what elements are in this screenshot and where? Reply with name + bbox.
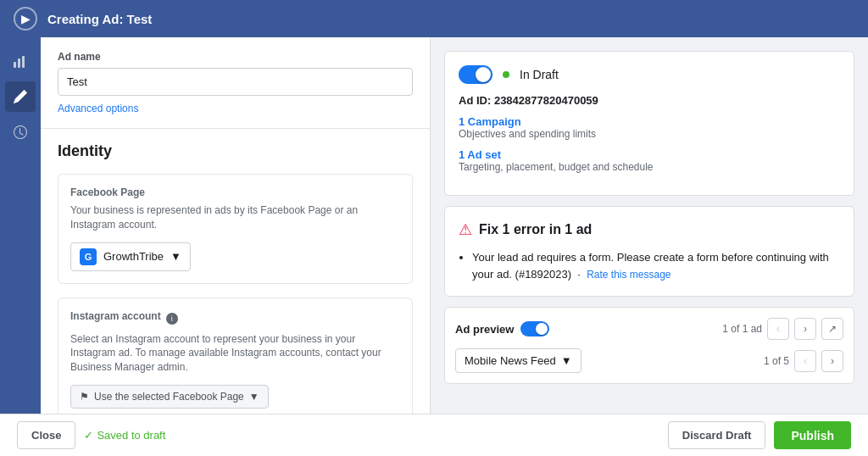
preview-card: Ad preview 1 of 1 ad ‹ › ↗ [444,307,854,384]
preview-label: Ad preview [455,323,514,336]
facebook-page-label: Facebook Page [70,186,400,198]
use-page-dropdown-icon: ▼ [249,391,259,403]
ad-set-desc: Targeting, placement, budget and schedul… [459,161,840,173]
error-body: Your lead ad requires a form. Please cre… [459,249,840,282]
preview-left: Ad preview [455,321,549,336]
svg-rect-2 [22,56,25,68]
back-icon: ▶ [21,12,31,25]
left-sidebar [0,37,41,414]
preview-toggle-thumb [536,323,548,335]
error-title: Fix 1 error in 1 ad [479,222,592,237]
footer-left: Close ✓ Saved to draft [17,421,165,449]
header: ▶ Creating Ad: Test [0,0,868,37]
instagram-label-row: Instagram account i [70,310,400,327]
instagram-label: Instagram account [70,310,161,322]
use-page-label: Use the selected Facebook Page [94,391,244,403]
error-header: ⚠ Fix 1 error in 1 ad [459,220,840,239]
news-feed-label: Mobile News Feed [465,354,556,367]
right-panel: In Draft Ad ID: 23842877820470059 1 Camp… [431,37,868,414]
instagram-desc: Select an Instagram account to represent… [70,332,400,375]
identity-title: Identity [58,142,413,160]
preview-nav: 1 of 1 ad ‹ › ↗ [722,318,843,340]
footer: Close ✓ Saved to draft Discard Draft Pub… [0,414,868,456]
draft-toggle[interactable] [459,65,492,84]
facebook-page-desc: Your business is represented in ads by i… [70,203,400,232]
error-card: ⚠ Fix 1 error in 1 ad Your lead ad requi… [444,206,854,297]
ad-id-row: Ad ID: 23842877820470059 [459,94,840,107]
news-feed-button[interactable]: Mobile News Feed ▼ [455,348,581,373]
flag-icon: ⚑ [80,391,89,403]
sidebar-icon-clock[interactable] [5,117,36,147]
preview-next-button[interactable]: › [821,350,843,372]
ad-set-link[interactable]: 1 Ad set [459,148,501,161]
ad-name-section: Ad name Advanced options [41,37,430,129]
publish-button[interactable]: Publish [774,421,851,449]
preview-page-nav: 1 of 5 ‹ › [764,350,843,372]
identity-section: Identity Facebook Page Your business is … [41,129,430,414]
left-panel: Ad name Advanced options Identity Facebo… [41,37,431,414]
preview-prev-button[interactable]: ‹ [794,350,816,372]
rate-link[interactable]: Rate this message [587,269,670,281]
preview-toggle[interactable] [520,321,549,336]
back-button[interactable]: ▶ [14,7,37,31]
page-title: Creating Ad: Test [47,12,152,26]
main-layout: Ad name Advanced options Identity Facebo… [0,37,868,414]
status-row: In Draft [459,65,840,84]
campaign-row: 1 Campaign Objectives and spending limit… [459,115,840,140]
toggle-thumb [476,67,491,82]
app-container: ▶ Creating Ad: Test [0,0,868,456]
status-dot [503,71,509,78]
discard-button[interactable]: Discard Draft [668,421,766,449]
ad-name-label: Ad name [58,51,413,63]
page-selector-button[interactable]: G GrowthTribe ▼ [70,242,191,271]
instagram-section: Instagram account i Select an Instagram … [58,298,413,414]
saved-label: Saved to draft [97,429,165,442]
dropdown-chevron-icon: ▼ [170,250,181,263]
news-feed-dropdown-icon: ▼ [561,354,572,367]
page-icon: G [80,248,97,265]
campaign-link[interactable]: 1 Campaign [459,115,521,128]
ad-id-label: Ad ID: [459,94,491,107]
info-icon[interactable]: i [166,313,178,325]
status-text: In Draft [520,68,559,81]
use-selected-page-button[interactable]: ⚑ Use the selected Facebook Page ▼ [70,385,269,409]
checkmark-icon: ✓ [84,429,93,442]
ad-set-row: 1 Ad set Targeting, placement, budget an… [459,148,840,173]
preview-page-count: 1 of 5 [764,355,789,367]
advanced-options-link[interactable]: Advanced options [58,103,138,114]
campaign-desc: Objectives and spending limits [459,128,840,140]
footer-right: Discard Draft Publish [668,421,851,449]
facebook-page-subsection: Facebook Page Your business is represent… [58,174,413,284]
svg-rect-0 [14,62,16,68]
next-page-button[interactable]: › [794,318,816,340]
news-feed-row: Mobile News Feed ▼ 1 of 5 ‹ › [455,348,843,373]
warning-icon: ⚠ [459,220,472,239]
preview-header: Ad preview 1 of 1 ad ‹ › ↗ [455,318,843,340]
sidebar-icon-pencil[interactable] [5,81,36,112]
sidebar-icon-chart[interactable] [5,46,36,76]
page-count: 1 of 1 ad [722,323,762,335]
content-area: Ad name Advanced options Identity Facebo… [41,37,868,414]
prev-page-button[interactable]: ‹ [767,318,789,340]
page-name: GrowthTribe [103,250,164,263]
ad-id-value: 23842877820470059 [494,94,598,107]
close-button[interactable]: Close [17,421,75,449]
status-card: In Draft Ad ID: 23842877820470059 1 Camp… [444,51,854,196]
saved-status: ✓ Saved to draft [84,429,165,442]
ad-name-input[interactable] [58,68,413,96]
external-link-icon[interactable]: ↗ [821,318,843,340]
svg-rect-1 [18,58,20,68]
